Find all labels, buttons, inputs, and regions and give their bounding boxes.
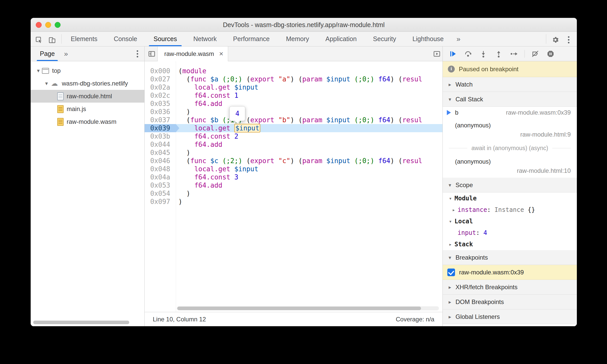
code-text: f64.add: [176, 140, 222, 149]
code-line[interactable]: 0x02c f64.const 1: [145, 91, 442, 100]
kebab-menu-icon[interactable]: [563, 34, 574, 45]
code-line[interactable]: 0x044 f64.add: [145, 140, 442, 149]
scope-variable-instance[interactable]: ▸instance: Instance {}: [443, 204, 577, 215]
line-gutter-address[interactable]: 0x035: [145, 100, 176, 108]
section-global-listeners[interactable]: ▸Global Listeners: [443, 309, 577, 324]
tab-console[interactable]: Console: [106, 32, 145, 46]
scope-variable-input[interactable]: input: 4: [443, 227, 577, 238]
line-gutter-address[interactable]: 0x036: [145, 108, 176, 116]
code-line[interactable]: 0x054 ): [145, 189, 442, 198]
tree-item-wasm-dbg-stories-netlify[interactable]: ▾☁wasm-dbg-stories.netlify: [31, 77, 144, 90]
section-dom-breakpoints[interactable]: ▸DOM Breakpoints: [443, 295, 577, 309]
line-gutter-address[interactable]: 0x02c: [145, 91, 176, 100]
code-line[interactable]: 0x035 f64.add: [145, 100, 442, 108]
call-stack-frame-anonymous[interactable]: (anonymous)raw-module.html:9: [443, 118, 577, 141]
line-gutter-address[interactable]: 0x04a: [145, 173, 176, 181]
code-line[interactable]: 0x02a local.get $input: [145, 83, 442, 91]
line-gutter-address[interactable]: 0x044: [145, 140, 176, 149]
scope-group-module[interactable]: ▾Module: [443, 192, 577, 204]
settings-gear-icon[interactable]: [550, 34, 561, 45]
breakpoint-entry[interactable]: raw-module.wasm:0x39: [443, 265, 577, 280]
pause-on-exceptions-icon[interactable]: [546, 49, 555, 59]
toggle-navigator-icon[interactable]: [146, 48, 157, 59]
line-gutter-address[interactable]: 0x037: [145, 116, 176, 124]
line-gutter-address[interactable]: 0x045: [145, 149, 176, 157]
more-navigator-tabs-button[interactable]: »: [60, 46, 72, 61]
expand-arrow-icon[interactable]: ▾: [43, 80, 50, 87]
call-stack-frame-b[interactable]: braw-module.wasm:0x39: [443, 107, 577, 118]
line-gutter-address[interactable]: 0x039: [145, 124, 176, 132]
zoom-window-button[interactable]: [55, 22, 61, 28]
tree-item-raw-module-html[interactable]: raw-module.html: [31, 90, 144, 103]
step-into-icon[interactable]: [478, 49, 488, 59]
code-line[interactable]: 0x037 (func $b (;1;) (export "b") (param…: [145, 116, 442, 124]
navigator-kebab-menu-icon[interactable]: [134, 46, 141, 61]
section-breakpoints[interactable]: ▾Breakpoints: [443, 250, 577, 265]
close-tab-icon[interactable]: ×: [218, 50, 224, 58]
tree-item-main-js[interactable]: main.js: [31, 103, 144, 115]
device-toolbar-icon[interactable]: [46, 34, 58, 45]
deactivate-breakpoints-icon[interactable]: [530, 49, 540, 59]
code-line[interactable]: 0x000(module: [145, 67, 442, 75]
window-titlebar[interactable]: DevTools - wasm-dbg-stories.netlify.app/…: [31, 18, 577, 32]
breakpoint-checkbox[interactable]: [447, 269, 455, 276]
call-stack-frame-anonymous[interactable]: (anonymous)raw-module.html:10: [443, 155, 577, 178]
expand-arrow-icon[interactable]: ▾: [35, 68, 42, 74]
minimize-window-button[interactable]: [45, 22, 51, 28]
tab-performance[interactable]: Performance: [225, 32, 278, 46]
line-gutter-address[interactable]: 0x000: [145, 67, 176, 75]
line-gutter-address[interactable]: 0x046: [145, 157, 176, 165]
code-line[interactable]: 0x097): [145, 198, 442, 206]
scrollbar-thumb[interactable]: [177, 307, 421, 310]
editor-horizontal-scrollbar[interactable]: [177, 306, 439, 310]
code-line[interactable]: 0x036 ): [145, 108, 442, 116]
code-line[interactable]: 0x04a f64.const 3: [145, 173, 442, 181]
close-window-button[interactable]: [36, 22, 42, 28]
value-preview-text: 4: [235, 110, 239, 117]
navigator-horizontal-scrollbar[interactable]: [33, 321, 129, 324]
resume-script-icon[interactable]: [448, 49, 458, 59]
step-out-icon[interactable]: [494, 49, 504, 59]
paused-execution-line[interactable]: 0x039 local.get $input: [145, 124, 442, 132]
code-line[interactable]: 0x053 f64.add: [145, 181, 442, 189]
code-line[interactable]: 0x046 (func $c (;2;) (export "c") (param…: [145, 157, 442, 165]
scope-group-local[interactable]: ▾Local: [443, 215, 577, 227]
code-line[interactable]: 0x03b f64.const 2: [145, 132, 442, 140]
line-gutter-address[interactable]: 0x053: [145, 181, 176, 189]
tab-application[interactable]: Application: [317, 32, 365, 46]
variable-name: input: [458, 229, 476, 236]
more-panels-button[interactable]: »: [452, 32, 465, 46]
line-gutter-address[interactable]: 0x027: [145, 75, 176, 83]
line-gutter-address[interactable]: 0x097: [145, 198, 176, 206]
triangle-right-icon: ▸: [447, 241, 453, 247]
code-token: [178, 124, 194, 132]
section-watch[interactable]: ▸Watch: [443, 77, 577, 92]
code-token: [274, 75, 278, 83]
inspect-element-icon[interactable]: [33, 34, 44, 45]
section-call-stack[interactable]: ▾Call Stack: [443, 92, 577, 107]
tab-sources[interactable]: Sources: [145, 32, 185, 46]
tab-memory[interactable]: Memory: [278, 32, 317, 46]
step-icon[interactable]: [509, 49, 519, 59]
toggle-debugger-sidebar-icon[interactable]: [431, 48, 442, 59]
section-xhr-fetch-breakpoints[interactable]: ▸XHR/fetch Breakpoints: [443, 280, 577, 295]
code-line[interactable]: 0x027 (func $a (;0;) (export "a") (param…: [145, 75, 442, 83]
line-gutter-address[interactable]: 0x054: [145, 189, 176, 198]
tab-security[interactable]: Security: [365, 32, 404, 46]
scope-group-stack[interactable]: ▸Stack: [443, 238, 577, 250]
tab-elements[interactable]: Elements: [63, 32, 106, 46]
code-editor[interactable]: 0x000(module0x027 (func $a (;0;) (export…: [145, 61, 442, 312]
tree-item-raw-module-wasm[interactable]: raw-module.wasm: [31, 115, 144, 128]
line-gutter-address[interactable]: 0x03b: [145, 132, 176, 140]
code-line[interactable]: 0x048 local.get $input: [145, 165, 442, 173]
tab-lighthouse[interactable]: Lighthouse: [404, 32, 452, 46]
line-gutter-address[interactable]: 0x048: [145, 165, 176, 173]
tab-network[interactable]: Network: [185, 32, 225, 46]
step-over-icon[interactable]: [463, 49, 473, 59]
line-gutter-address[interactable]: 0x02a: [145, 83, 176, 91]
section-scope[interactable]: ▾Scope: [443, 178, 577, 192]
editor-tab-raw-module-wasm[interactable]: raw-module.wasm ×: [157, 46, 228, 61]
code-line[interactable]: 0x045 ): [145, 149, 442, 157]
tab-page[interactable]: Page: [34, 46, 60, 61]
tree-item-top[interactable]: ▾top: [31, 64, 144, 77]
